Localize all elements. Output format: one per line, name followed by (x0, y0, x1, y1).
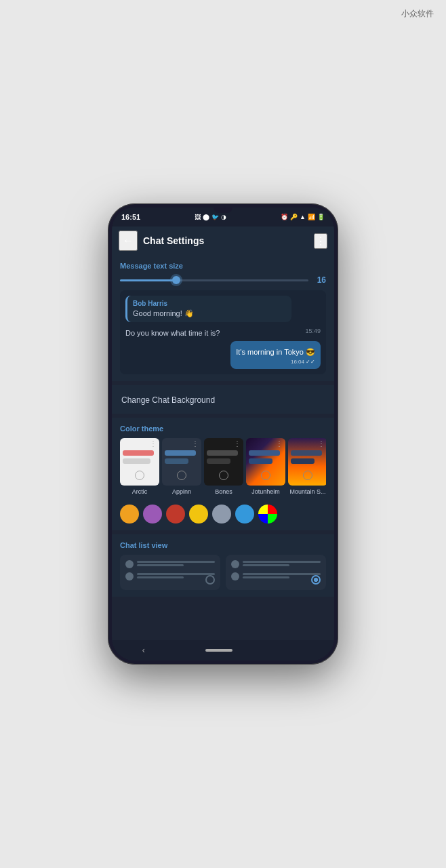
slider-thumb[interactable] (172, 276, 180, 284)
message-text-size-section: Message text size 16 Bob Harris Good mor (112, 255, 334, 381)
color-blue[interactable] (235, 505, 254, 524)
phone-frame: 16:51 🖼 ⬤ 🐦 ◑ ⏰ 🔑 ▲ 📶 🔋 ← Chat Settings … (108, 203, 338, 665)
lines-c1 (243, 561, 321, 568)
battery-icon: 🔋 (317, 214, 325, 220)
chat-preview: Bob Harris Good morning! 👋 Do you know w… (120, 290, 326, 374)
app-icon: ◑ (221, 214, 226, 220)
line-1a (137, 561, 215, 563)
watermark-text: 小众软件 (401, 8, 434, 20)
alarm-icon: ⏰ (281, 214, 288, 220)
theme-preview-bones: ⋮ (204, 438, 243, 486)
line-2b (137, 576, 184, 578)
arctic-radio (135, 471, 144, 480)
color-gray[interactable] (212, 505, 231, 524)
line-2a (137, 573, 215, 575)
nav-back-chevron[interactable]: ‹ (142, 646, 145, 655)
chat-list-compact-row-1 (231, 560, 321, 568)
theme-label-mountain: Mountain S... (288, 488, 326, 495)
slider-fill (120, 279, 176, 281)
arctic-bar1 (123, 450, 154, 456)
option-default-radio[interactable] (205, 575, 215, 585)
status-bar: 16:51 🖼 ⬤ 🐦 ◑ ⏰ 🔑 ▲ 📶 🔋 (112, 208, 334, 226)
phone-screen: 16:51 🖼 ⬤ 🐦 ◑ ⏰ 🔑 ▲ 📶 🔋 ← Chat Settings … (112, 208, 334, 660)
status-icons-left: 🖼 ⬤ 🐦 ◑ (195, 214, 226, 220)
theme-preview-jotunheim: ⋮ (246, 438, 285, 486)
lines-2 (137, 573, 215, 580)
more-menu-button[interactable]: ⋮ (314, 233, 327, 249)
theme-dots-bones[interactable]: ⋮ (234, 440, 241, 448)
page-title: Chat Settings (143, 235, 308, 246)
themes-grid: ⋮ Arctic ⋮ (120, 438, 326, 498)
avatar-2 (125, 572, 134, 580)
theme-dots-arctic[interactable]: ⋮ (150, 440, 157, 448)
message-author: Bob Harris (133, 300, 286, 307)
mountain-radio (303, 471, 312, 480)
line-1b (137, 564, 184, 566)
chat-list-view-label: Chat list view (120, 541, 326, 549)
theme-label-bones: Bones (204, 488, 243, 495)
theme-preview-appinn: ⋮ (162, 438, 201, 486)
notch (214, 208, 232, 213)
chat-list-row-2 (125, 572, 215, 580)
bones-bar1 (207, 450, 238, 456)
color-theme-section: Color theme ⋮ Arctic (112, 418, 334, 530)
theme-appinn[interactable]: ⋮ Appinn (162, 438, 201, 495)
sent-text: It's morning in Tokyo 😎 (236, 348, 315, 356)
chat-list-option-default[interactable] (120, 555, 220, 590)
avatar-1 (125, 560, 134, 568)
sent-time: 16:04 (291, 359, 304, 365)
status-time: 16:51 (121, 213, 140, 221)
color-theme-label: Color theme (120, 425, 326, 433)
nav-home-pill[interactable] (205, 649, 232, 652)
line-c1a (243, 561, 321, 563)
wifi-icon: ▲ (300, 214, 306, 220)
lines-1 (137, 561, 215, 568)
theme-dots-mountain[interactable]: ⋮ (318, 440, 325, 448)
chat-list-options (120, 555, 326, 590)
app-bar: ← Chat Settings ⋮ (112, 226, 334, 255)
color-multicolor[interactable] (258, 505, 277, 524)
color-yellow[interactable] (189, 505, 208, 524)
theme-preview-mountain: ⋮ (288, 438, 326, 486)
double-check-icon: ✓✓ (306, 359, 315, 365)
avatar-c2 (231, 572, 239, 580)
circle-icon: ⬤ (203, 214, 209, 220)
color-purple[interactable] (143, 505, 162, 524)
theme-dots-appinn[interactable]: ⋮ (192, 440, 199, 448)
option-compact-radio[interactable] (311, 575, 321, 585)
chat-list-option-compact[interactable] (226, 555, 326, 590)
twitter-icon: 🐦 (211, 214, 219, 220)
theme-mountain[interactable]: ⋮ Mountain S... (288, 438, 326, 495)
navigation-bar: ‹ (112, 640, 334, 660)
received-time: 15:49 (305, 328, 321, 334)
jotunheim-radio (261, 471, 270, 480)
line-c1b (243, 564, 289, 566)
back-button[interactable]: ← (119, 231, 138, 251)
theme-label-arctic: Arctic (120, 488, 159, 495)
mountain-bar1 (291, 450, 322, 456)
sent-message-wrapper: It's morning in Tokyo 😎 16:04 ✓✓ (125, 341, 321, 369)
line-c2a (243, 573, 321, 575)
appinn-radio (177, 471, 186, 480)
color-orange[interactable] (120, 505, 139, 524)
settings-content: Message text size 16 Bob Harris Good mor (112, 255, 334, 640)
chat-list-compact-row-2 (231, 572, 321, 580)
appinn-bar2 (165, 458, 188, 464)
arctic-bar2 (123, 458, 150, 464)
slider-container[interactable] (120, 279, 308, 281)
color-red[interactable] (166, 505, 185, 524)
theme-bones[interactable]: ⋮ Bones (204, 438, 243, 495)
sent-meta: 16:04 ✓✓ (236, 359, 315, 365)
change-background-label: Change Chat Background (121, 395, 215, 405)
lock-icon: 🔑 (290, 214, 298, 220)
received-message-2: Do you know what time it is? 15:49 (125, 326, 321, 338)
theme-jotunheim[interactable]: ⋮ Jotunheim (246, 438, 285, 495)
appinn-bar1 (165, 450, 196, 456)
change-background-section[interactable]: Change Chat Background (112, 385, 334, 414)
status-icons-right: ⏰ 🔑 ▲ 📶 🔋 (281, 214, 325, 220)
bottom-spacer (112, 601, 334, 614)
theme-arctic[interactable]: ⋮ Arctic (120, 438, 159, 495)
theme-dots-jotunheim[interactable]: ⋮ (276, 440, 283, 448)
bones-radio (219, 471, 228, 480)
jotunheim-bar1 (249, 450, 280, 456)
